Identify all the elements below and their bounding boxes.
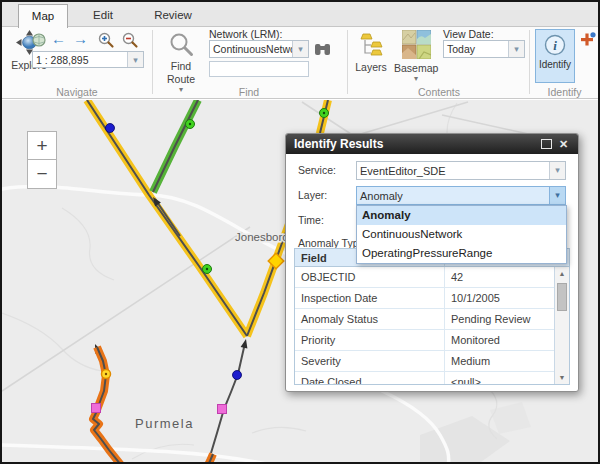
group-separator (529, 30, 530, 94)
field-cell: Inspection Date (295, 288, 445, 308)
route-green (153, 100, 198, 192)
route-input[interactable] (209, 61, 309, 77)
table-row: Date Closed <null> (295, 372, 569, 385)
group-label-identify: Identify (517, 86, 600, 98)
network-dropdown-arrow-icon[interactable]: ▾ (292, 41, 308, 57)
view-date-combobox[interactable]: Today ▾ (443, 40, 525, 58)
scale-combobox[interactable]: 1 : 288,895 ▾ (32, 51, 144, 68)
network-combobox[interactable]: ContinuousNetwork ▾ (209, 40, 309, 58)
layers-label: Layers (352, 61, 390, 73)
view-date-value: Today (444, 43, 508, 55)
app-window: Map Edit Review Explore ← → (0, 0, 600, 464)
table-row: Severity Medium (295, 351, 569, 372)
value-cell: 10/1/2005 (445, 288, 555, 308)
scrollbar-down-arrow-icon[interactable]: ▼ (555, 371, 569, 384)
blue-point-marker (233, 371, 242, 380)
field-cell: Date Closed (295, 372, 445, 385)
table-row: OBJECTID 42 (295, 267, 569, 288)
value-cell: <null> (445, 372, 555, 385)
table-row: Inspection Date 10/1/2005 (295, 288, 569, 309)
layer-value: Anomaly (357, 190, 549, 202)
place-label-purmela: Purmela (135, 416, 194, 431)
find-route-label-1: Find (160, 60, 202, 72)
field-cell: Severity (295, 351, 445, 371)
dialog-title: Identify Results (294, 137, 383, 151)
basemap-button[interactable]: Basemap ▾ (394, 30, 438, 83)
scrollbar-thumb[interactable] (557, 283, 567, 311)
layer-label: Layer: (298, 186, 327, 205)
group-label-navigate: Navigate (22, 86, 132, 98)
network-label: Network (LRM): (209, 28, 283, 40)
close-icon[interactable]: ✕ (559, 139, 570, 149)
layer-option-anomaly[interactable]: Anomaly (357, 206, 566, 225)
layer-combobox[interactable]: Anomaly ▾ (356, 186, 566, 205)
table-row: Anomaly Status Pending Review (295, 309, 569, 330)
identify-button-label: Identify (539, 59, 571, 70)
service-dropdown-arrow-icon[interactable]: ▾ (549, 162, 565, 179)
identify-results-dialog: Identify Results ✕ Service: EventEditor_… (285, 133, 579, 392)
maximize-icon[interactable] (541, 139, 552, 149)
ribbon: Map Edit Review Explore ← → (2, 2, 598, 99)
green-point-marker (186, 120, 195, 129)
yellow-circle-marker (102, 370, 111, 379)
group-separator (152, 30, 153, 94)
dialog-titlebar[interactable]: Identify Results ✕ (286, 134, 578, 154)
identify-icon: i (543, 33, 567, 57)
group-label-find: Find (194, 86, 304, 98)
pink-square-marker (218, 405, 227, 414)
basemap-label: Basemap (394, 62, 438, 74)
scrollbar-up-arrow-icon[interactable]: ▲ (555, 267, 569, 280)
view-date-label: View Date: (443, 28, 494, 40)
scale-value: 1 : 288,895 (33, 54, 127, 66)
find-route-button[interactable]: Find Route ▾ (160, 32, 202, 94)
find-route-magnifier-icon (169, 32, 194, 57)
ribbon-body: Explore ← → 1 : 288,895 ▾ Navigate (2, 27, 598, 99)
back-extent-arrow-icon[interactable]: ← (51, 30, 66, 47)
map-zoom-out-button[interactable]: − (27, 160, 57, 189)
route-gray (155, 199, 245, 453)
table-row: Priority Monitored (295, 330, 569, 351)
value-cell: Monitored (445, 330, 555, 350)
service-value: EventEditor_SDE (357, 165, 549, 177)
map-canvas[interactable]: Jonesboro Purmela + − Identify Results ✕… (2, 100, 598, 462)
group-label-contents: Contents (384, 86, 494, 98)
layer-dropdown-list: Anomaly ContinuousNetwork OperatingPress… (356, 205, 567, 264)
field-cell: Anomaly Status (295, 309, 445, 329)
map-zoom-control: + − (27, 131, 57, 189)
pink-square-marker (92, 404, 101, 413)
route-orange (93, 347, 213, 462)
service-label: Service: (298, 161, 336, 180)
tab-map[interactable]: Map (18, 4, 68, 28)
svg-text:i: i (553, 38, 557, 53)
add-point-info-icon[interactable] (580, 32, 596, 51)
table-scrollbar[interactable]: ▲ ▼ (554, 267, 569, 384)
full-extent-globe-icon[interactable] (32, 33, 46, 51)
basemap-icon (402, 30, 431, 59)
layers-button[interactable]: Layers (352, 32, 390, 73)
tab-edit[interactable]: Edit (74, 4, 132, 27)
value-cell: 42 (445, 267, 555, 287)
scale-dropdown-arrow-icon[interactable]: ▾ (127, 52, 143, 67)
tab-review[interactable]: Review (138, 4, 208, 27)
zoom-out-icon[interactable] (122, 32, 139, 53)
field-cell: OBJECTID (295, 267, 445, 287)
service-combobox[interactable]: EventEditor_SDE ▾ (356, 161, 566, 180)
field-cell: Priority (295, 330, 445, 350)
layers-icon (358, 32, 384, 58)
find-route-label-2: Route (160, 73, 202, 85)
ribbon-tabbar: Map Edit Review (2, 2, 598, 27)
value-cell: Pending Review (445, 309, 555, 329)
value-cell: Medium (445, 351, 555, 371)
view-date-dropdown-arrow-icon[interactable]: ▾ (508, 41, 524, 57)
zoom-in-icon[interactable] (98, 32, 115, 53)
map-zoom-in-button[interactable]: + (27, 131, 57, 160)
group-separator (347, 30, 348, 94)
forward-extent-arrow-icon[interactable]: → (73, 30, 88, 47)
layer-option-continuousnetwork[interactable]: ContinuousNetwork (357, 225, 566, 244)
binoculars-icon[interactable] (314, 42, 331, 60)
layer-option-operatingpressurerange[interactable]: OperatingPressureRange (357, 244, 566, 263)
identify-button[interactable]: i Identify (535, 29, 575, 83)
place-label-jonesboro: Jonesboro (235, 231, 289, 243)
layer-dropdown-arrow-icon[interactable]: ▾ (549, 187, 565, 204)
attributes-table: Field Value OBJECTID 42 Inspection Date … (294, 248, 570, 385)
